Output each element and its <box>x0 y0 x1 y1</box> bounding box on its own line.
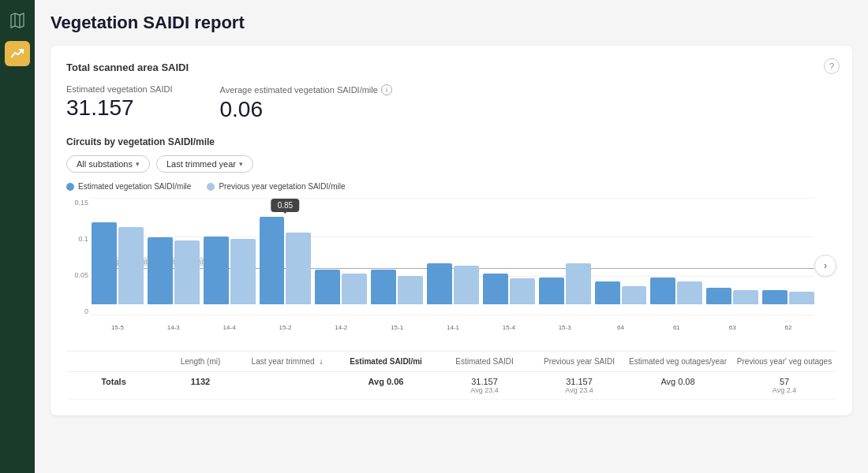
bar-label: 15-2 <box>279 324 291 331</box>
grid-line-top <box>92 198 814 199</box>
y-label-zero: 0 <box>66 307 88 315</box>
year-chevron-icon: ▾ <box>239 160 243 168</box>
bar-label: 15-4 <box>503 324 515 331</box>
th-name <box>66 356 161 367</box>
bar-group: 14-4 <box>204 236 256 317</box>
bar-label: 15-5 <box>111 324 124 331</box>
bar-light[interactable] <box>230 239 256 304</box>
bar-light[interactable] <box>677 281 702 304</box>
main-content: Vegetation SAIDI report ? Total scanned … <box>35 0 868 473</box>
bar-label: 15-1 <box>391 324 403 331</box>
totals-row: Totals 1132 Avg 0.06 31.157 Avg 23.4 31.… <box>66 372 836 400</box>
bar-label: 64 <box>617 324 624 331</box>
bar-light[interactable] <box>398 276 423 304</box>
bar-dark[interactable] <box>92 222 117 304</box>
bar-label: 62 <box>785 324 792 331</box>
bar-light[interactable] <box>733 290 758 304</box>
y-label-mid: 0.1 <box>66 235 88 243</box>
bar-dark[interactable] <box>650 277 675 304</box>
bar-dark[interactable] <box>595 281 620 304</box>
bar-group: 15-5 <box>92 222 144 317</box>
bar-dark[interactable] <box>371 270 396 304</box>
bar-dark[interactable] <box>483 274 508 304</box>
th-last-year: Last year trimmed ↓ <box>240 356 335 367</box>
th-prev-veg-outages: Previous year' veg outages <box>729 356 840 367</box>
table-header-row: Length (mi) Last year trimmed ↓ Estimate… <box>66 352 836 372</box>
bar-light[interactable] <box>566 263 591 304</box>
bar-dark[interactable] <box>706 288 731 304</box>
bar-label: 14-2 <box>335 324 347 331</box>
bar-group: 15-20.85 <box>260 217 312 317</box>
bars-container: 15-514-314-415-20.8514-215-114-115-415-3… <box>92 217 814 333</box>
bar-dark[interactable] <box>427 263 452 304</box>
chart-container: 0.15 0.1 0.05 0 Average estimated vege <box>66 199 836 345</box>
sidebar-map-icon[interactable] <box>6 9 28 32</box>
bar-group: 15-1 <box>371 270 423 317</box>
bar-dark[interactable] <box>148 237 173 304</box>
estimated-saidi-value: 31.157 <box>66 95 173 121</box>
estimated-saidi-label: Estimated vegetation SAIDI <box>66 84 173 94</box>
bar-group: 14-2 <box>315 270 367 317</box>
filter-year[interactable]: Last trimmed year ▾ <box>156 155 253 173</box>
legend-previous: Previous year vegetation SAIDI/mile <box>207 182 345 191</box>
bar-group: 15-4 <box>483 274 535 317</box>
bar-light[interactable] <box>454 266 479 304</box>
metrics-row: Estimated vegetation SAIDI 31.157 Averag… <box>66 84 836 122</box>
summary-card-title: Total scanned area SAIDI <box>66 61 836 73</box>
bar-light[interactable] <box>342 274 367 304</box>
totals-est-saidi-mi: Avg 0.06 <box>335 377 437 394</box>
bar-light[interactable] <box>286 233 311 304</box>
bar-label: 14-3 <box>167 324 180 331</box>
totals-length: 1132 <box>161 377 240 394</box>
chart-area: 0.15 0.1 0.05 0 Average estimated vege <box>66 199 836 333</box>
bar-label: 63 <box>729 324 736 331</box>
avg-saidi-metric: Average estimated vegetation SAIDI/mile … <box>220 84 392 122</box>
y-label-max: 0.15 <box>66 199 88 207</box>
y-label-low: 0.05 <box>66 271 88 279</box>
y-axis: 0.15 0.1 0.05 0 <box>66 199 88 315</box>
bar-light[interactable] <box>789 292 814 304</box>
bar-light[interactable] <box>622 286 647 304</box>
bar-light[interactable] <box>174 240 200 304</box>
bar-light[interactable] <box>510 278 535 304</box>
circuits-title: Circuits by vegetation SAIDI/mile <box>66 136 836 147</box>
bar-label: 15-3 <box>559 324 571 331</box>
bar-tooltip: 0.85 <box>271 199 299 212</box>
avg-saidi-value: 0.06 <box>220 97 392 122</box>
estimated-saidi-metric: Estimated vegetation SAIDI 31.157 <box>66 84 173 122</box>
bar-group: 61 <box>650 277 702 317</box>
summary-card: ? Total scanned area SAIDI Estimated veg… <box>51 46 852 415</box>
bar-dark[interactable] <box>539 277 564 304</box>
bar-dark[interactable] <box>762 290 788 304</box>
bar-dark[interactable] <box>315 270 340 304</box>
filter-substations[interactable]: All substations ▾ <box>66 155 150 173</box>
bar-light[interactable] <box>118 227 144 304</box>
filters-row: All substations ▾ Last trimmed year ▾ <box>66 155 836 173</box>
bar-label: 14-4 <box>223 324 236 331</box>
sort-arrow-icon[interactable]: ↓ <box>319 357 323 366</box>
totals-prev-year-saidi: 31.157 Avg 23.4 <box>532 377 627 394</box>
sidebar-trend-icon[interactable] <box>5 41 30 66</box>
data-table: Length (mi) Last year trimmed ↓ Estimate… <box>66 351 836 400</box>
filter-year-label: Last trimmed year <box>166 159 236 169</box>
th-length: Length (mi) <box>161 356 240 367</box>
totals-est-saidi: 31.157 Avg 23.4 <box>437 377 532 394</box>
avg-saidi-info-icon[interactable]: i <box>381 84 392 95</box>
legend-previous-dot <box>207 183 215 191</box>
bar-dark[interactable] <box>260 217 285 304</box>
totals-last-year <box>240 377 335 394</box>
legend-estimated: Estimated vegetation SAIDI/mile <box>66 182 191 191</box>
bar-group: 15-3 <box>539 263 591 317</box>
totals-prev-veg: 57 Avg 2.4 <box>729 377 840 394</box>
next-button[interactable]: › <box>814 255 836 277</box>
bar-group: 64 <box>595 281 647 317</box>
svg-marker-0 <box>11 13 24 28</box>
avg-saidi-label: Average estimated vegetation SAIDI/mile <box>220 85 378 95</box>
help-icon[interactable]: ? <box>824 58 840 74</box>
legend-estimated-label: Estimated vegetation SAIDI/mile <box>78 182 191 191</box>
th-est-veg-outages: Estimated veg outages/year <box>627 356 729 367</box>
bar-group: 62 <box>762 290 814 317</box>
totals-label: Totals <box>66 377 161 394</box>
filter-substations-label: All substations <box>77 159 133 169</box>
bar-dark[interactable] <box>204 236 229 304</box>
